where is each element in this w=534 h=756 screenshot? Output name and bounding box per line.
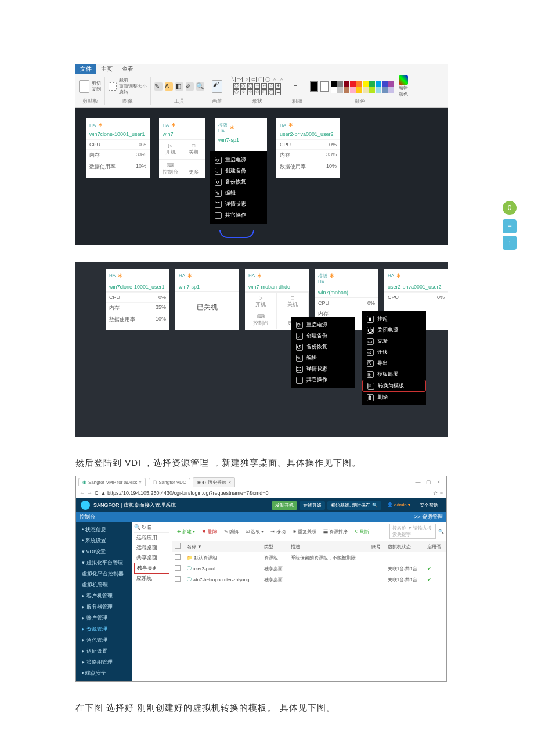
color-swatch[interactable]: [382, 87, 388, 93]
picker-icon[interactable]: ✐: [186, 82, 194, 91]
menu-icon[interactable]: ≡: [440, 490, 443, 496]
table-header[interactable]: 类型: [262, 541, 288, 552]
sidebar-item[interactable]: • 系统设置: [76, 535, 132, 546]
ctx-item[interactable]: ✎编辑: [291, 352, 355, 363]
more-btn[interactable]: ...更多: [182, 159, 205, 179]
tab-home[interactable]: 主页: [96, 64, 117, 74]
color-swatch[interactable]: [337, 87, 343, 93]
color-swatch[interactable]: [388, 87, 394, 93]
ctx-item[interactable]: ⏸挂起: [362, 314, 426, 325]
vm-card-4[interactable]: HA✱ user2-priva0001_user2 CPU0% 内存33% 数据…: [276, 118, 340, 178]
ctx-item[interactable]: ▭克隆: [362, 336, 426, 347]
cut-btn[interactable]: 剪切: [92, 81, 101, 87]
ctx-item[interactable]: ⟳重启电源: [210, 154, 267, 165]
sidebar-item[interactable]: ▸ 角色管理: [76, 635, 132, 646]
ctx-item[interactable]: 🗑删除: [362, 392, 426, 403]
table-row[interactable]: 📁 默认资源组资源组系统保留的资源组，不能被删除: [172, 552, 446, 563]
table-header[interactable]: [172, 541, 185, 552]
ctx-item[interactable]: ☷详情状态: [210, 199, 267, 210]
vm-card[interactable]: HA✱win7clone-10001_user1CPU0%内存35%数据使用率1…: [106, 269, 169, 330]
tb-del[interactable]: ✖ 删除: [200, 528, 219, 535]
fab-list-icon[interactable]: ≡: [503, 219, 517, 233]
brand-btn-admin[interactable]: 👤 admin ▾: [384, 501, 414, 510]
pencil-icon[interactable]: ✎: [154, 82, 163, 91]
color-swatch[interactable]: [356, 87, 362, 93]
eraser-icon[interactable]: ◧: [175, 82, 183, 91]
tb-search-icon[interactable]: 🔍: [438, 529, 444, 534]
color-swatch[interactable]: [350, 81, 356, 87]
vm-card-3[interactable]: 模版 HA✱ win7-sp1: [215, 118, 267, 151]
color-swatch[interactable]: [331, 87, 337, 93]
ctx-item[interactable]: ↺备份恢复: [291, 341, 355, 352]
sidebar-item[interactable]: ▸ 服务器管理: [76, 602, 132, 613]
tree-search-icon[interactable]: 🔍: [134, 524, 140, 530]
fab-badge[interactable]: 0: [503, 201, 517, 215]
ctx-item[interactable]: ⌵创建备份: [210, 165, 267, 177]
browser-tab-2[interactable]: ▢Sangfor VDC: [149, 478, 190, 486]
brand-btn-1[interactable]: 发制开机: [272, 501, 297, 510]
sidebar-item[interactable]: ▸ 客户机管理: [76, 591, 132, 602]
brand-btn-2[interactable]: 在线升级: [300, 501, 325, 510]
tab-file[interactable]: 文件: [75, 64, 96, 74]
sidebar-item[interactable]: 虚拟化平台控制器: [76, 568, 132, 579]
tb-opt[interactable]: ☑ 选项 ▾: [243, 528, 266, 535]
ctx-item[interactable]: ⟳重启电源: [291, 319, 355, 330]
tb-edit[interactable]: ✎ 编辑: [222, 528, 241, 535]
color2[interactable]: [320, 81, 329, 92]
ctx-item[interactable]: ⇱导出: [362, 358, 426, 369]
color-swatch[interactable]: [369, 87, 375, 93]
resize-btn[interactable]: 重新调整大小: [119, 84, 147, 89]
window-buttons[interactable]: —▢×: [413, 479, 444, 485]
tb-move[interactable]: ⇥ 移动: [268, 528, 287, 535]
ctx-item[interactable]: ⊞模板部署: [362, 369, 426, 380]
table-header[interactable]: 描述: [288, 541, 369, 552]
ctx-item[interactable]: ✎编辑: [210, 188, 267, 199]
rotate-btn[interactable]: 旋转: [119, 89, 147, 95]
sidebar-item[interactable]: • 状态信息: [76, 524, 132, 535]
tree-item[interactable]: 远程应用: [134, 533, 169, 543]
ctx-item[interactable]: ⎘转换为模板: [362, 380, 426, 392]
tree-btn-2[interactable]: ⊟: [147, 524, 152, 530]
sidebar-item[interactable]: • 端点安全: [76, 668, 132, 679]
copy-btn[interactable]: 复制: [92, 87, 101, 92]
table-header[interactable]: 名称 ▼: [185, 541, 262, 552]
poweroff-btn[interactable]: □关机: [182, 139, 205, 159]
ctx-item[interactable]: ⋯其它操作: [210, 210, 267, 221]
ctx-item[interactable]: ⋯其它操作: [291, 375, 355, 386]
ctx-item[interactable]: ⏻关闭电源: [362, 325, 426, 336]
tb-search[interactable]: 按名称 ▼ 请输入搜索关键字: [389, 524, 436, 539]
fwd-icon[interactable]: →: [87, 490, 92, 496]
vm-card-2[interactable]: HA✱ win7 ▷开机 □关机 ⌨控制台 ...更多: [159, 118, 205, 178]
ctx-item[interactable]: ☷详情状态: [291, 363, 355, 375]
ctx-item[interactable]: ⇨迁移: [362, 347, 426, 358]
edit-colors[interactable]: 编辑颜色: [397, 75, 410, 98]
tree-item[interactable]: 应系统: [134, 574, 169, 584]
color-swatch[interactable]: [363, 87, 369, 93]
color-swatch[interactable]: [337, 81, 343, 87]
sidebar-item[interactable]: ▸ 资源管理: [76, 624, 132, 635]
poweron-btn[interactable]: ▷开机: [159, 139, 182, 159]
ctx-item[interactable]: ⌵创建备份: [291, 330, 355, 341]
ctx-item[interactable]: ↺备份恢复: [210, 177, 267, 188]
color-swatch[interactable]: [356, 81, 362, 87]
back-icon[interactable]: ←: [80, 490, 85, 496]
color-swatch[interactable]: [350, 87, 356, 93]
sidebar-item[interactable]: ▸ 认证设置: [76, 646, 132, 657]
tree-item[interactable]: 共享桌面: [134, 553, 169, 563]
table-header[interactable]: 虚拟机状态: [385, 541, 425, 552]
color-swatch[interactable]: [382, 81, 388, 87]
url-field[interactable]: ▲ bttps://10.194.105.250:4430/cgi-bin/lo…: [101, 490, 431, 496]
browser-tab-3[interactable]: ◉ ◐历史登录×: [193, 477, 235, 487]
color-swatch[interactable]: [388, 81, 394, 87]
fab-up-icon[interactable]: ↑: [503, 236, 517, 250]
sidebar-item[interactable]: ▸ 账户管理: [76, 613, 132, 624]
color-swatch[interactable]: [344, 87, 349, 93]
color1[interactable]: [310, 81, 318, 92]
magnify-icon[interactable]: 🔍: [196, 82, 204, 91]
brand-btn-3[interactable]: 初始基线: 即时保存 🔍: [327, 501, 381, 510]
sidebar-item[interactable]: ▾ 虚拟化平台管理: [76, 557, 132, 568]
vm-card[interactable]: HA✱win7-sp1已关机: [175, 269, 239, 330]
tb-dup[interactable]: ⊗ 重复关联: [290, 528, 319, 535]
table-header[interactable]: 账号: [369, 541, 385, 552]
color-swatch[interactable]: [376, 81, 381, 87]
